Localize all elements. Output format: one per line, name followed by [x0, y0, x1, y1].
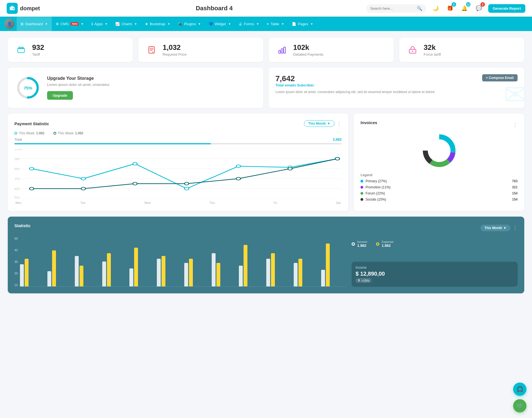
svg-point-29 [185, 187, 189, 190]
legend-label-2: This Week [58, 131, 73, 135]
invoices-donut-chart [360, 133, 518, 169]
legend-label-socials: Socials (15%) [365, 198, 386, 201]
legend-label-1: This Week [19, 131, 34, 135]
bar-white-9 [239, 266, 243, 286]
detailed-payments-icon [275, 43, 289, 57]
bar-yellow-5 [134, 248, 138, 286]
dot-dark-teal [53, 132, 56, 135]
legend-item-primary: Primary (27%) 763 [360, 179, 518, 183]
chevron-down-icon-2: ▼ [81, 22, 84, 25]
bar-yellow-6 [162, 256, 165, 286]
bar-group-11 [294, 259, 319, 286]
svg-point-26 [29, 167, 34, 170]
bar-white-3 [75, 256, 79, 286]
svg-rect-9 [284, 47, 285, 53]
income-label: Income [357, 240, 367, 243]
stat-info-force-tariff: 32k Force tariff [424, 43, 441, 57]
this-month-button[interactable]: This Month ▼ [304, 120, 334, 127]
statistic-title: Statistic [14, 223, 30, 228]
chart-day-labels: Mon Tue Wed Thu Fri Sat [14, 201, 342, 204]
this-month-label: This Month [308, 122, 326, 125]
force-tariff-value: 32k [424, 43, 441, 52]
force-tariff-label: Force tariff [424, 52, 441, 57]
apps-icon: ℹ [91, 22, 93, 26]
table-icon: ≡ [267, 22, 269, 26]
statistic-month-label: This Month [484, 226, 502, 230]
email-count: 7,642 [275, 74, 435, 83]
legend-left-socials: Socials (15%) [360, 198, 386, 201]
nav-label-dashboard: Dashboard [25, 22, 43, 26]
bar-yellow-12 [326, 243, 330, 286]
legend-count-forum: 154 [512, 191, 518, 195]
search-input[interactable] [370, 6, 415, 11]
chat-icon[interactable]: 💬 5 [474, 3, 484, 13]
payment-header: Payment Statistic This Month ▼ ⋮ [14, 120, 342, 127]
nav-item-pages[interactable]: 📄 Pages ▼ [288, 17, 317, 31]
svg-text:80: 80 [14, 167, 20, 171]
legend-section: Legend Primary (27%) 763 Promotion (11%)… [360, 173, 518, 201]
logo-text: dompet [20, 5, 40, 12]
svg-point-30 [236, 165, 241, 168]
nav-item-plugins[interactable]: 🔌 Plugins ▼ [174, 17, 205, 31]
bar-white-6 [157, 259, 161, 286]
invoices-card: Invoices ⋮ Legend [354, 114, 524, 211]
legend-color-primary [360, 180, 363, 183]
bar-yellow-7 [189, 259, 193, 286]
expense-dot [376, 242, 379, 246]
stat-info-detailed-payments: 102k Detalled Payments [293, 43, 323, 57]
nav-item-charts[interactable]: 📈 Charts ▼ [111, 17, 141, 31]
bar-group-9 [239, 245, 264, 286]
statistic-more-icon[interactable]: ⋮ [513, 225, 518, 231]
bar-yellow-9 [244, 245, 247, 286]
storage-description: Lorem ipsum dolor sit amet, onsectetur. [47, 83, 110, 87]
storage-percent: 75% [24, 86, 32, 90]
pages-icon: 📄 [292, 22, 296, 26]
nav-item-apps[interactable]: ℹ Apps ▼ [88, 17, 112, 31]
moon-icon[interactable]: 🌙 [431, 3, 441, 13]
storage-info: Upgrade Your Storage Lorem ipsum dolor s… [47, 76, 110, 100]
stat-card-detailed-payments: 102k Detalled Payments [269, 38, 394, 62]
nav-item-bootstrap[interactable]: ★ Bootstrap ▼ [141, 17, 174, 31]
more-options-icon[interactable]: ⋮ [337, 120, 342, 127]
tariff-label: Tariff [32, 52, 44, 57]
svg-point-28 [133, 162, 137, 165]
logo-area: dompet [7, 3, 62, 14]
upgrade-button[interactable]: Upgrade [47, 91, 73, 100]
total-value: 3,982 [333, 137, 342, 142]
y-label-30: 30 [14, 260, 18, 263]
svg-text:100: 100 [14, 149, 22, 151]
svg-rect-8 [281, 49, 283, 53]
new-badge: New [71, 22, 79, 25]
nav-item-dashboard[interactable]: ⊞ Dashboard ▼ [17, 17, 52, 31]
expense-label: Expense [382, 240, 393, 243]
generate-report-button[interactable]: Generate Report [488, 4, 525, 13]
storage-card: 75% Upgrade Your Storage Lorem ipsum dol… [8, 68, 263, 108]
legend-color-socials [360, 198, 363, 201]
nav-item-widget[interactable]: 💙 Widget ▼ [205, 17, 235, 31]
bell-icon[interactable]: 🔔 12 [459, 3, 469, 13]
svg-point-39 [335, 157, 340, 160]
nav-item-forms[interactable]: 🖨 Forms ▼ [235, 17, 263, 31]
income-detail-label: Income [355, 266, 514, 270]
chevron-down-icon-5: ▼ [167, 22, 170, 25]
nav-item-cms[interactable]: ⚙ CMS New ▼ [52, 17, 88, 31]
tariff-icon [14, 43, 28, 57]
total-row: Total 3,982 [14, 137, 342, 142]
email-card: 7,642 Total emails Subcriber. Lorem ipsu… [269, 68, 524, 108]
invoices-more-icon[interactable]: ⋮ [513, 122, 518, 128]
gift-icon[interactable]: 🎁 2 [445, 3, 455, 13]
expense-value: 1.982 [382, 243, 393, 248]
income-value: 1.982 [357, 243, 367, 248]
chevron-down-icon-9: ▼ [281, 22, 284, 25]
statistic-month-button[interactable]: This Month ▼ [480, 225, 510, 231]
day-thu: Thu [209, 201, 215, 204]
force-tariff-icon [406, 43, 419, 57]
legend-left-promotion: Promotion (11%) [360, 185, 390, 189]
nav-item-table[interactable]: ≡ Table ▼ [263, 17, 288, 31]
email-info: 7,642 Total emails Subcriber. Lorem ipsu… [275, 74, 435, 95]
stat-card-required-price: 1,032 Required Price [138, 38, 263, 62]
bar-group-2 [47, 250, 73, 286]
detailed-payments-label: Detalled Payments [293, 52, 323, 57]
svg-point-33 [29, 187, 34, 190]
search-bar[interactable]: 🔍 [366, 4, 426, 13]
